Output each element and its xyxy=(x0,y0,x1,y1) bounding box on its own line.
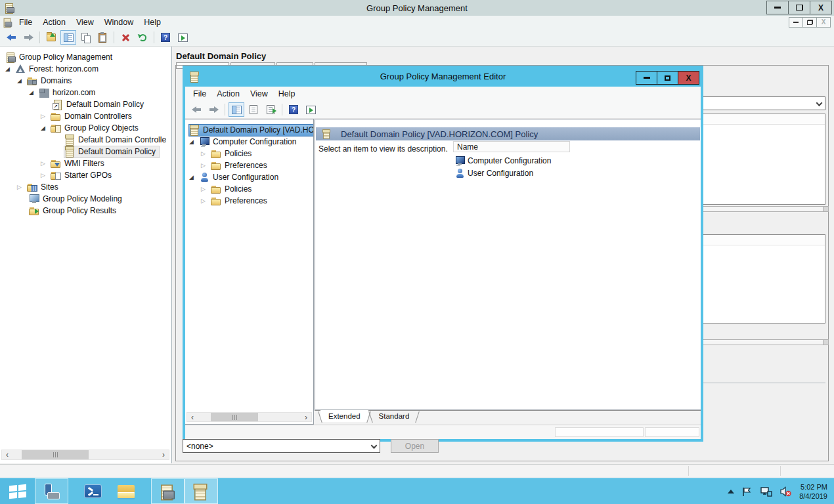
tree-item[interactable]: ◢Group Policy Objects xyxy=(0,122,171,134)
list-item[interactable]: User Configuration xyxy=(454,167,533,179)
properties-button[interactable] xyxy=(246,102,261,117)
expand-icon[interactable]: ▷ xyxy=(201,148,211,159)
menu-file[interactable]: File xyxy=(14,16,37,28)
menu-file[interactable]: File xyxy=(188,88,211,100)
collapse-icon[interactable]: ◢ xyxy=(5,63,15,75)
copy-button[interactable] xyxy=(77,30,93,45)
scrollbar-track[interactable] xyxy=(12,450,158,459)
maximize-button[interactable] xyxy=(657,71,678,85)
tree-item[interactable]: ▷Policies xyxy=(185,183,313,195)
show-hidden-icons-button[interactable] xyxy=(728,490,734,494)
minimize-button[interactable] xyxy=(636,71,657,85)
help-button[interactable]: ? xyxy=(158,30,173,45)
taskbar-clock[interactable]: 5:02 PM 8/4/2019 xyxy=(799,482,831,501)
scroll-left-button[interactable]: ‹ xyxy=(187,413,198,421)
back-button[interactable] xyxy=(3,30,19,45)
minimize-button[interactable] xyxy=(766,1,789,14)
forward-button[interactable] xyxy=(20,30,36,45)
horizontal-scrollbar[interactable]: ‹ › xyxy=(187,412,312,422)
open-button[interactable]: Open xyxy=(391,439,439,453)
restore-button[interactable] xyxy=(788,1,810,14)
menu-help[interactable]: Help xyxy=(273,88,301,100)
collapse-icon[interactable]: ◢ xyxy=(41,122,51,134)
menu-action[interactable]: Action xyxy=(37,16,71,28)
scroll-left-button[interactable]: ‹ xyxy=(2,450,12,459)
expand-icon[interactable]: ▷ xyxy=(201,159,211,171)
collapse-icon[interactable]: ◢ xyxy=(29,87,39,98)
child-minimize-button[interactable] xyxy=(789,17,803,28)
export-list-button[interactable] xyxy=(263,102,278,117)
action-center-flag-icon[interactable] xyxy=(741,486,753,497)
collapse-icon[interactable]: ◢ xyxy=(17,75,27,87)
menu-action[interactable]: Action xyxy=(211,88,245,100)
volume-muted-icon[interactable] xyxy=(779,486,792,497)
tree-item[interactable]: ◢User Configuration xyxy=(185,171,313,183)
expand-icon[interactable]: ▷ xyxy=(41,158,51,169)
tree-item[interactable]: ◢Domains xyxy=(0,75,171,87)
tree-item[interactable]: ◢Computer Configuration xyxy=(185,136,313,148)
tree-item[interactable]: Group Policy Management xyxy=(0,51,171,63)
tree-item[interactable]: ▷Sites xyxy=(0,181,171,193)
taskbar-gpme[interactable] xyxy=(185,478,218,504)
name-column-header[interactable]: Name xyxy=(453,141,570,152)
collapse-icon[interactable]: ◢ xyxy=(189,136,199,148)
tree-item[interactable]: ▷Preferences xyxy=(185,159,313,171)
child-close-button[interactable]: X xyxy=(816,17,831,28)
tree-item[interactable]: ▷WMI Filters xyxy=(0,158,171,169)
collapse-icon[interactable]: ◢ xyxy=(189,171,199,183)
tree-item[interactable]: ▷Domain Controllers xyxy=(0,110,171,122)
show-console-tree-button[interactable] xyxy=(60,30,76,45)
expand-icon[interactable]: ▷ xyxy=(41,169,51,181)
scrollbar-thumb[interactable] xyxy=(211,413,258,421)
up-one-level-button[interactable] xyxy=(43,30,59,45)
tree-item[interactable]: Default Domain Controlle xyxy=(0,134,171,146)
horizontal-scrollbar[interactable]: ‹ › xyxy=(1,450,169,460)
scrollbar-track[interactable] xyxy=(198,413,301,421)
tab-extended[interactable]: Extended xyxy=(320,410,368,422)
tree-item[interactable]: Default Domain Policy xyxy=(0,146,171,158)
menu-window[interactable]: Window xyxy=(99,16,139,28)
delete-button[interactable] xyxy=(118,30,133,45)
forward-button[interactable] xyxy=(206,102,221,117)
tree-item[interactable]: ▷Policies xyxy=(185,148,313,159)
menu-view[interactable]: View xyxy=(71,16,99,28)
tree-item[interactable]: Group Policy Results xyxy=(0,205,171,217)
menu-help[interactable]: Help xyxy=(139,16,166,28)
editor-titlebar[interactable]: Group Policy Management Editor X xyxy=(185,68,701,87)
tab-standard[interactable]: Standard xyxy=(371,411,418,423)
taskbar-server-manager[interactable] xyxy=(35,478,68,504)
taskbar-file-explorer[interactable] xyxy=(110,478,143,504)
standard-view-button[interactable] xyxy=(175,30,190,45)
start-button[interactable] xyxy=(0,478,35,504)
tree-item[interactable]: ◢horizon.com xyxy=(0,87,171,98)
tree-item[interactable]: ▷Preferences xyxy=(185,195,313,207)
wmi-filter-combo[interactable]: <none> xyxy=(183,439,380,453)
tree-item[interactable]: ▷Starter GPOs xyxy=(0,169,171,181)
tree-item[interactable]: Default Domain Policy [VAD.HO xyxy=(185,124,313,136)
paste-button[interactable] xyxy=(95,30,110,45)
expand-icon[interactable]: ▷ xyxy=(201,183,211,195)
standard-view-button[interactable] xyxy=(303,102,318,117)
tree-item[interactable]: ◢Forest: horizon.com xyxy=(0,63,171,75)
menu-view[interactable]: View xyxy=(245,88,273,100)
scrollbar-thumb[interactable] xyxy=(22,450,89,459)
help-button[interactable]: ? xyxy=(286,102,301,117)
back-button[interactable] xyxy=(188,102,204,117)
expand-icon[interactable]: ▷ xyxy=(17,181,27,193)
child-restore-button[interactable] xyxy=(802,17,817,28)
refresh-button[interactable] xyxy=(135,30,150,45)
tree-item[interactable]: Default Domain Policy xyxy=(0,98,171,110)
expand-icon[interactable]: ▷ xyxy=(201,195,211,207)
status-cell xyxy=(780,466,833,476)
scroll-right-button[interactable]: › xyxy=(158,450,169,459)
tree-item[interactable]: Group Policy Modeling xyxy=(0,193,171,205)
close-button[interactable]: X xyxy=(810,1,832,14)
list-item[interactable]: Computer Configuration xyxy=(454,155,551,167)
show-console-tree-button[interactable] xyxy=(229,102,244,117)
taskbar-gpmc[interactable] xyxy=(151,478,185,504)
taskbar-powershell[interactable] xyxy=(76,478,110,504)
expand-icon[interactable]: ▷ xyxy=(41,110,51,122)
scroll-right-button[interactable]: › xyxy=(301,413,311,421)
network-icon[interactable] xyxy=(760,486,772,497)
close-button[interactable]: X xyxy=(678,71,699,85)
